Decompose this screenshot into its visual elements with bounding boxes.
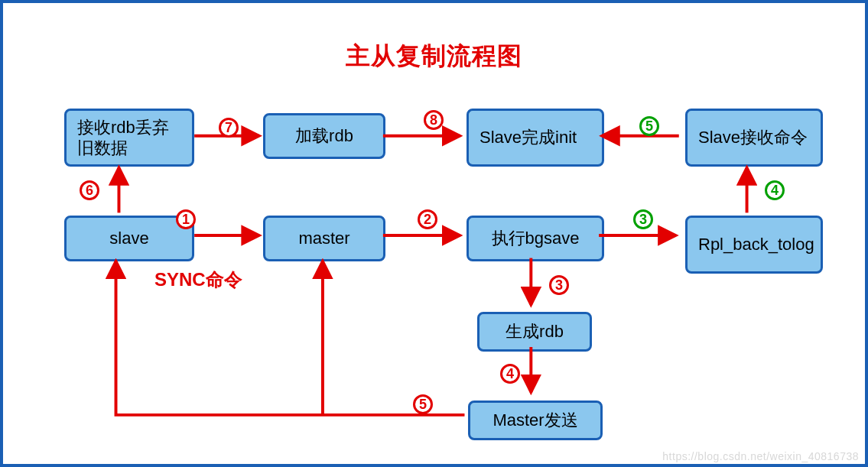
sync-label: SYNC命令 — [154, 268, 242, 292]
node-slave: slave — [64, 216, 194, 261]
badge-1: 1 — [176, 209, 196, 229]
node-recv-rdb: 接收rdb丢弃旧数据 — [64, 109, 194, 167]
badge-5g: 5 — [639, 116, 659, 136]
node-load-rdb: 加载rdb — [263, 113, 385, 159]
badge-3g: 3 — [633, 209, 653, 229]
badge-7: 7 — [219, 118, 239, 138]
node-exec-bgsave: 执行bgsave — [467, 216, 604, 261]
node-gen-rdb: 生成rdb — [477, 312, 592, 352]
badge-4r: 4 — [500, 364, 520, 384]
badge-5r: 5 — [413, 394, 433, 414]
badge-6: 6 — [80, 180, 99, 200]
node-slave-init: Slave完成init — [467, 109, 604, 167]
node-master: master — [263, 216, 385, 261]
node-master-send: Master发送 — [468, 401, 603, 440]
diagram-frame: 主从复制流程图 接收rdb丢弃旧数据 加载rdb Slave完成init Sla… — [0, 0, 868, 467]
badge-2: 2 — [418, 209, 437, 229]
diagram-title: 主从复制流程图 — [3, 40, 865, 73]
watermark: https://blog.csdn.net/weixin_40816738 — [662, 450, 859, 462]
node-slave-recv: Slave接收命令 — [685, 109, 823, 167]
badge-3r: 3 — [549, 275, 569, 295]
badge-8: 8 — [424, 110, 444, 130]
badge-4g: 4 — [765, 180, 785, 200]
node-rpl-back: Rpl_back_tolog — [685, 216, 823, 274]
